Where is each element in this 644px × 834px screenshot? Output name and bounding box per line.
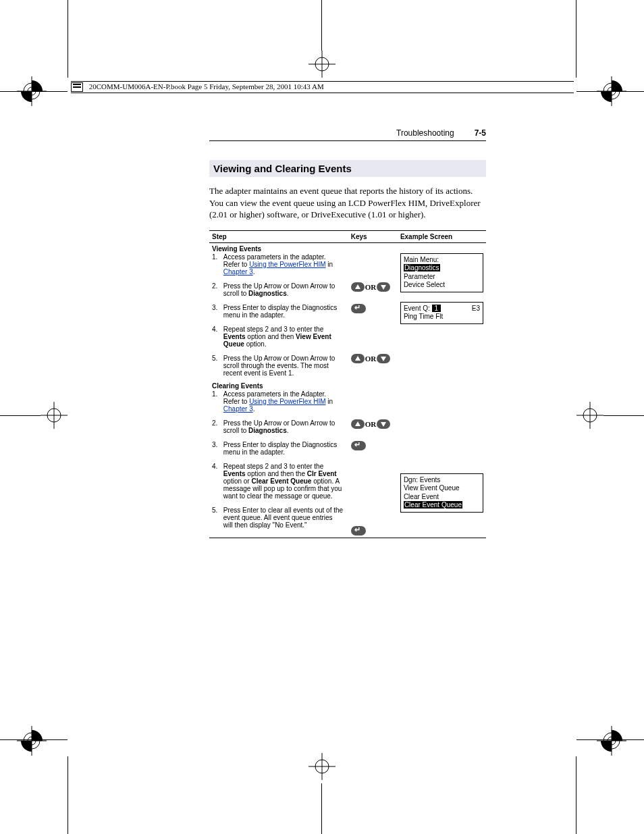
enter-key-icon (351, 441, 366, 450)
lcd-line: Ping Time Flt (404, 313, 480, 321)
crop-line (68, 0, 68, 78)
content-area: Troubleshooting 7-5 Viewing and Clearing… (209, 128, 486, 538)
keys-enter (351, 304, 395, 313)
keys-up-or-down: OR (351, 419, 395, 429)
link-chapter-3[interactable]: Chapter 3 (223, 268, 253, 276)
link-chapter-3[interactable]: Chapter 3 (223, 405, 253, 413)
step-text: Repeat steps 2 and 3 to enter the (223, 325, 323, 333)
enter-key-icon (351, 526, 366, 536)
step-text: option. (244, 340, 267, 348)
col-header-step: Step (209, 230, 348, 242)
keys-up-or-down: OR (351, 282, 395, 292)
step-text: option and then (246, 333, 296, 340)
lcd-line: Parameter (404, 273, 480, 282)
viewing-step-3: 3. Press Enter to display the Diagnostic… (212, 304, 346, 319)
crop-line (603, 415, 644, 416)
step-text-bold: Diagnostics (248, 290, 287, 297)
step-text: Press Enter to display the Diagnostics m… (223, 304, 344, 319)
step-text: Repeat steps 2 and 3 to enter the (223, 463, 323, 470)
lcd-line: Event Q: 1 E3 (404, 305, 480, 313)
viewing-step-2: 2. Press the Up Arrow or Down Arrow to s… (212, 282, 346, 297)
link-using-powerflex-him[interactable]: Using the PowerFlex HIM (249, 261, 325, 268)
step-text: Press Enter to display the Diagnostics m… (223, 441, 344, 456)
lcd-text: Event Q: (404, 305, 430, 312)
lcd-line: Device Select (404, 281, 480, 290)
page: 20COMM-UM006A-EN-P.book Page 5 Friday, S… (0, 0, 644, 834)
or-label: OR (365, 420, 377, 428)
or-label: OR (365, 355, 377, 363)
lcd-highlight: Diagnostics (404, 264, 440, 271)
clearing-step-1: 1. Access parameters in the Adapter. Ref… (212, 390, 346, 413)
page-number: 7-5 (475, 128, 486, 138)
viewing-step-4: 4. Repeat steps 2 and 3 to enter the Eve… (212, 325, 346, 348)
print-header-text: 20COMM-UM006A-EN-P.book Page 5 Friday, S… (89, 82, 324, 90)
crop-line (576, 0, 576, 78)
lcd-event-queue: Event Q: 1 E3 Ping Time Flt (400, 302, 483, 324)
crop-line (0, 739, 68, 740)
step-text-bold: Events (223, 333, 246, 340)
clearing-heading: Clearing Events (212, 382, 346, 390)
lcd-text: E3 (472, 305, 480, 313)
down-arrow-key-icon (377, 354, 390, 363)
step-text: in (326, 261, 333, 268)
section-name: Troubleshooting (396, 128, 454, 138)
clearing-step-3: 3. Press Enter to display the Diagnostic… (212, 441, 346, 456)
keys-enter (351, 526, 395, 536)
lcd-dgn-events: Dgn: Events View Event Queue Clear Event… (400, 473, 483, 513)
or-label: OR (365, 283, 377, 291)
lcd-highlight: 1 (432, 305, 441, 312)
registration-mark-icon (14, 723, 51, 760)
step-text: Press Enter to clear all events out of t… (223, 506, 344, 529)
up-arrow-key-icon (351, 354, 365, 363)
up-arrow-key-icon (351, 419, 365, 429)
col-header-keys: Keys (348, 230, 398, 242)
link-using-powerflex-him[interactable]: Using the PowerFlex HIM (249, 398, 325, 405)
col-header-screen: Example Screen (398, 230, 486, 242)
intro-paragraph: The adapter maintains an event queue tha… (209, 185, 486, 221)
step-text: . (287, 427, 289, 434)
crop-line (321, 0, 322, 51)
step-text: option and then the (246, 470, 307, 477)
clearing-step-4: 4. Repeat steps 2 and 3 to enter the Eve… (212, 463, 346, 500)
registration-mark-icon (593, 723, 630, 760)
crop-line (0, 91, 68, 92)
crop-line (0, 415, 41, 416)
step-text-bold: Events (223, 470, 246, 477)
running-header: Troubleshooting 7-5 (209, 128, 486, 141)
step-text: in (326, 398, 333, 405)
print-header: 20COMM-UM006A-EN-P.book Page 5 Friday, S… (71, 81, 574, 93)
crop-line (321, 783, 322, 834)
up-arrow-key-icon (351, 282, 365, 292)
clearing-step-2: 2. Press the Up Arrow or Down Arrow to s… (212, 419, 346, 434)
crosshair-icon (305, 47, 339, 81)
crosshair-icon (573, 398, 607, 432)
lcd-line: Dgn: Events (404, 476, 480, 485)
down-arrow-key-icon (377, 419, 390, 429)
lcd-line: Main Menu: (404, 256, 480, 265)
step-text: Press the Up Arrow or Down Arrow to scro… (223, 355, 344, 377)
crop-line (576, 739, 644, 740)
section-title: Viewing and Clearing Events (209, 160, 486, 177)
step-text-bold: Diagnostics (248, 427, 287, 434)
keys-enter (351, 441, 395, 450)
step-text: option or (223, 477, 252, 485)
book-icon (71, 82, 83, 92)
crosshair-icon (305, 750, 339, 783)
enter-key-icon (351, 304, 366, 313)
lcd-main-menu: Main Menu: Diagnostics Parameter Device … (400, 253, 483, 292)
lcd-highlight: Clear Event Queue (404, 501, 462, 509)
keys-up-or-down: OR (351, 354, 395, 363)
crop-line (576, 91, 644, 92)
step-text: . (287, 290, 289, 297)
down-arrow-key-icon (377, 282, 390, 292)
clearing-step-5: 5. Press Enter to clear all events out o… (212, 506, 346, 529)
lcd-line: Clear Event (404, 493, 480, 502)
lcd-line: View Event Queue (404, 484, 480, 493)
crop-line (68, 756, 68, 834)
viewing-step-1: 1. Access parameters in the adapter. Ref… (212, 253, 346, 276)
viewing-step-5: 5. Press the Up Arrow or Down Arrow to s… (212, 355, 346, 377)
viewing-heading: Viewing Events (212, 245, 346, 253)
step-text: . (253, 268, 255, 276)
step-text-bold: Clear Event Queue (251, 477, 311, 485)
step-text-bold: Clr Event (307, 470, 337, 477)
